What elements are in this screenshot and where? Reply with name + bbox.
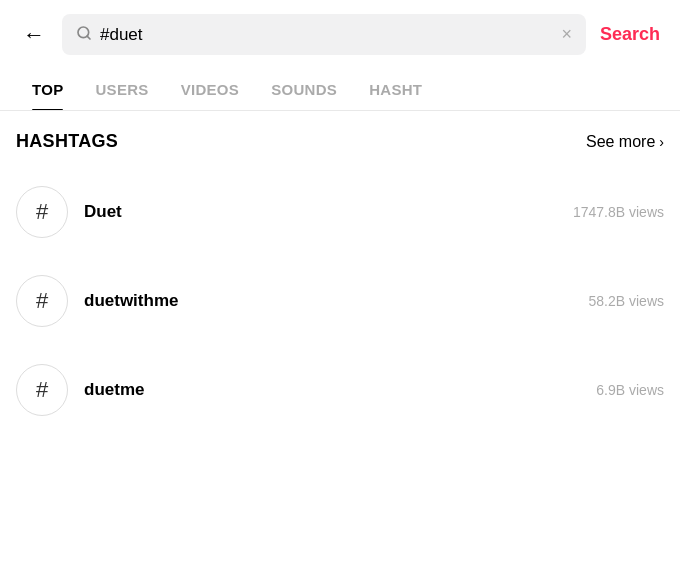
back-button[interactable]: ← [16, 17, 52, 53]
hashtag-icon-1: # [16, 275, 68, 327]
tabs-bar: TOP USERS VIDEOS SOUNDS HASHT [0, 69, 680, 111]
clear-button[interactable]: × [561, 24, 572, 45]
hashtag-icon-2: # [16, 364, 68, 416]
hashtag-views-0: 1747.8B views [573, 204, 664, 220]
search-input[interactable] [100, 25, 553, 45]
hashtags-section-header: HASHTAGS See more › [16, 131, 664, 152]
see-more-button[interactable]: See more › [586, 133, 664, 151]
tab-videos[interactable]: VIDEOS [165, 69, 255, 110]
back-arrow-icon: ← [23, 22, 45, 48]
hashtag-list: # Duet 1747.8B views # duetwithme 58.2B … [16, 168, 664, 435]
tab-sounds[interactable]: SOUNDS [255, 69, 353, 110]
hashtags-section-title: HASHTAGS [16, 131, 118, 152]
hashtag-item-0[interactable]: # Duet 1747.8B views [16, 168, 664, 257]
main-content: HASHTAGS See more › # Duet 1747.8B views… [0, 111, 680, 455]
search-button[interactable]: Search [596, 24, 664, 45]
hashtag-name-1: duetwithme [84, 291, 178, 311]
tab-hashtags[interactable]: HASHT [353, 69, 438, 110]
svg-line-1 [87, 36, 90, 39]
see-more-label: See more [586, 133, 655, 151]
hashtag-name-2: duetme [84, 380, 144, 400]
hashtag-icon-0: # [16, 186, 68, 238]
hashtag-name-0: Duet [84, 202, 122, 222]
hashtag-item-1[interactable]: # duetwithme 58.2B views [16, 257, 664, 346]
tab-users[interactable]: USERS [79, 69, 164, 110]
search-icon [76, 25, 92, 45]
header: ← × Search [0, 0, 680, 69]
tab-top[interactable]: TOP [16, 69, 79, 110]
search-bar: × [62, 14, 586, 55]
hashtag-views-1: 58.2B views [589, 293, 664, 309]
chevron-right-icon: › [659, 134, 664, 150]
hashtag-views-2: 6.9B views [596, 382, 664, 398]
hashtag-item-2[interactable]: # duetme 6.9B views [16, 346, 664, 435]
